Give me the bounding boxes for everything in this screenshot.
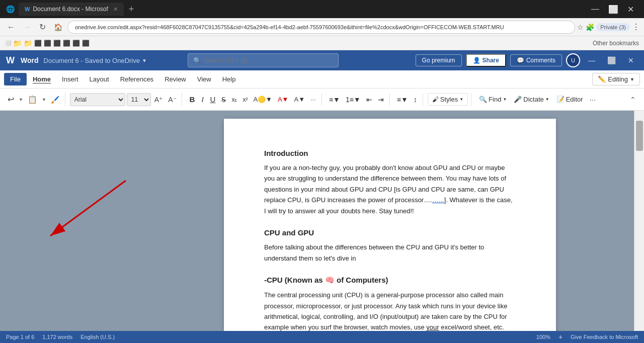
language: English (U.S.) xyxy=(80,334,115,340)
text-effects-button[interactable]: A▼ xyxy=(291,94,307,105)
feedback-label[interactable]: Give Feedback to Microsoft xyxy=(571,334,638,340)
underline-button[interactable]: U xyxy=(207,93,219,106)
undo-button[interactable]: ↩ xyxy=(5,93,17,106)
highlight-button[interactable]: A🟡▼ xyxy=(251,94,275,105)
word-doc-title[interactable]: Document 6 - Saved to OneDrive ▼ xyxy=(44,57,147,64)
insert-menu[interactable]: Insert xyxy=(57,73,84,85)
scrollbar-track[interactable] xyxy=(634,121,644,331)
browser-navbar: ← → ↻ 🏠 ☆ 🧩 Private (3) ⋮ xyxy=(0,18,644,36)
editing-button[interactable]: ✏️ Editing ▼ xyxy=(592,73,640,85)
chevron-dictate-icon: ▼ xyxy=(545,97,549,102)
zoom-in-button[interactable]: + xyxy=(558,333,562,341)
subscript-button[interactable]: x₂ xyxy=(229,94,239,105)
numbered-list-button[interactable]: 1≡▼ xyxy=(343,94,363,106)
status-bar: Page 1 of 6 1,172 words English (U.S.) 1… xyxy=(0,331,644,343)
clipboard-button[interactable]: 📋 xyxy=(25,93,40,106)
search-toolbar-icon: 🔍 xyxy=(479,96,487,103)
close-button[interactable]: ✕ xyxy=(623,4,638,15)
cpu-paragraph[interactable]: The central processing unit (CPU) is a g… xyxy=(264,290,516,331)
superscript-button[interactable]: x² xyxy=(240,94,250,105)
word-app-name: Word xyxy=(21,56,39,64)
bold-button[interactable]: B xyxy=(187,93,198,106)
extensions-button[interactable]: 🧩 xyxy=(586,23,594,31)
font-grow-button[interactable]: A⁺ xyxy=(152,94,165,105)
home-menu[interactable]: Home xyxy=(28,73,56,85)
document-area: Introduction If you are a non-techy guy,… xyxy=(0,111,644,331)
chevron-find-icon: ▼ xyxy=(503,97,507,102)
review-menu[interactable]: Review xyxy=(159,73,191,85)
toolbar-collapse-button[interactable]: ⌃ xyxy=(627,94,639,106)
bookmark-icon: ⬜ xyxy=(5,40,11,46)
word-search-input[interactable] xyxy=(204,57,333,64)
font-shrink-button[interactable]: A⁻ xyxy=(166,94,178,105)
maximize-button[interactable]: ⬜ xyxy=(604,4,622,15)
cpu-gpu-paragraph[interactable]: Before talking about the differences bet… xyxy=(264,242,516,264)
forward-button[interactable]: → xyxy=(20,21,34,34)
intro-section: Introduction If you are a non-techy guy,… xyxy=(264,149,516,216)
address-bar[interactable] xyxy=(67,21,575,34)
more-tools-button[interactable]: ··· xyxy=(587,93,599,106)
word-titlebar: W Word Document 6 - Saved to OneDrive ▼ … xyxy=(0,50,644,70)
font-color-button[interactable]: A▼ xyxy=(275,94,291,105)
references-menu[interactable]: References xyxy=(115,73,158,85)
clipboard-dropdown[interactable]: ▼ xyxy=(41,96,47,103)
doc-scroll-area[interactable]: Introduction If you are a non-techy guy,… xyxy=(146,111,634,331)
bookmark-button[interactable]: ☆ xyxy=(577,23,584,31)
file-menu[interactable]: File xyxy=(4,73,27,85)
undo-dropdown[interactable]: ▼ xyxy=(18,96,24,103)
minimize-button[interactable]: — xyxy=(587,4,603,15)
toolbar: ↩ ▼ 📋 ▼ 🖌️ Arial 11 A⁺ A⁻ B I U S̶ x₂ x²… xyxy=(0,89,644,111)
bookmarks-other-label[interactable]: Other bookmarks xyxy=(593,40,639,47)
word-search-box[interactable]: 🔍 xyxy=(188,53,339,67)
home-button[interactable]: 🏠 xyxy=(51,21,65,33)
intro-paragraph[interactable]: If you are a non-techy guy, you probably… xyxy=(264,162,516,216)
paintbrush-icon: 🖌 xyxy=(432,96,439,103)
doc-left-margin xyxy=(0,111,146,331)
alignment-button[interactable]: ≡▼ xyxy=(394,94,411,106)
bullet-list-button[interactable]: ≡▼ xyxy=(327,94,343,106)
search-icon: 🔍 xyxy=(193,57,201,64)
browser-menu-button[interactable]: ⋮ xyxy=(632,22,640,32)
share-button[interactable]: 👤 Share xyxy=(466,54,506,67)
word-logo: W xyxy=(6,55,15,66)
styles-button[interactable]: 🖌 Styles ▼ xyxy=(428,93,468,106)
indent-button[interactable]: ⇥ xyxy=(375,94,386,106)
browser-tab-area: W Document 6.docx - Microsof ✕ + xyxy=(19,3,583,16)
outdent-button[interactable]: ⇤ xyxy=(364,94,375,106)
word-maximize[interactable]: ⬜ xyxy=(603,54,620,66)
inactive-tab[interactable]: W Document 6.docx - Microsof ✕ xyxy=(19,3,124,16)
status-right: 100% + Give Feedback to Microsoft xyxy=(536,333,638,341)
scrollbar-thumb[interactable] xyxy=(636,121,643,151)
comments-button[interactable]: 💬 Comments xyxy=(510,54,562,66)
bookmark-icon8: ⬛ xyxy=(72,40,80,47)
user-avatar[interactable]: U xyxy=(566,53,580,67)
help-menu[interactable]: Help xyxy=(217,73,241,85)
format-painter[interactable]: 🖌️ xyxy=(48,94,62,106)
font-group: Arial 11 A⁺ A⁻ xyxy=(67,93,182,106)
find-button[interactable]: 🔍 Find ▼ xyxy=(476,94,510,105)
bookmark-icon9: ⬛ xyxy=(82,40,90,47)
dictate-button[interactable]: 🎤 Dictate ▼ xyxy=(511,94,552,105)
strikethrough-button[interactable]: S̶ xyxy=(219,94,228,106)
browser-chrome: 🌐 W Document 6.docx - Microsof ✕ + — ⬜ ✕ xyxy=(0,0,644,18)
font-family-select[interactable]: Arial xyxy=(70,93,125,106)
view-menu[interactable]: View xyxy=(192,73,216,85)
layout-menu[interactable]: Layout xyxy=(85,73,114,85)
page-info: Page 1 of 6 xyxy=(6,334,34,340)
word-minimize[interactable]: — xyxy=(584,54,599,66)
new-tab-button[interactable]: + xyxy=(125,3,138,16)
intro-link[interactable]: …... xyxy=(432,196,444,204)
reload-button[interactable]: ↻ xyxy=(36,20,49,34)
line-spacing-button[interactable]: ↕ xyxy=(411,94,420,106)
more-formatting[interactable]: ··· xyxy=(308,94,318,105)
chevron-editing-icon: ▼ xyxy=(630,77,634,82)
cpu-section: -CPU (Known as 🧠 of Computers) The centr… xyxy=(264,276,516,331)
back-button[interactable]: ← xyxy=(4,21,18,34)
italic-button[interactable]: I xyxy=(198,93,206,106)
font-size-select[interactable]: 11 xyxy=(127,93,151,106)
tab-close-icon[interactable]: ✕ xyxy=(113,6,118,13)
word-close[interactable]: ✕ xyxy=(624,54,638,66)
go-premium-button[interactable]: Go premium xyxy=(416,54,462,66)
editor-button[interactable]: 📝 Editor xyxy=(553,94,586,105)
chevron-down-icon: ▼ xyxy=(142,58,147,63)
